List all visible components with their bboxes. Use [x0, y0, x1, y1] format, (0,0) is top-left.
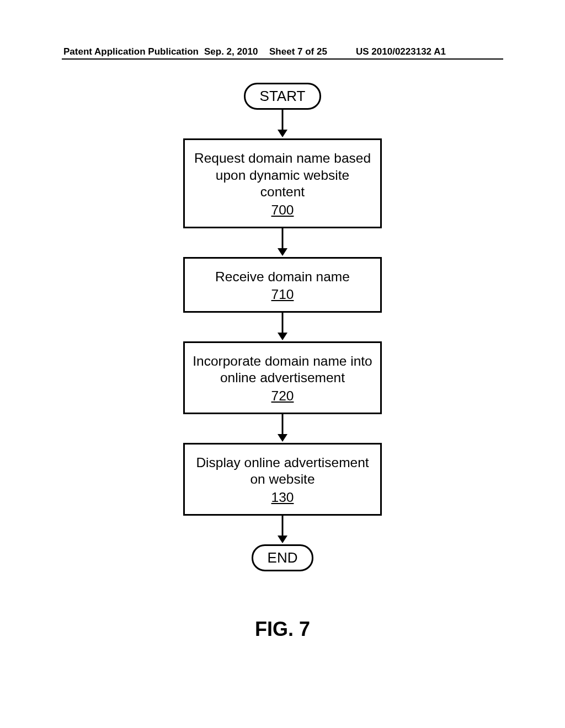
arrow-down-icon: [276, 414, 289, 443]
flow-step-number: 720: [271, 388, 294, 405]
flow-start-terminator: START: [244, 83, 322, 110]
header-sheet: Sheet 7 of 25: [269, 46, 327, 57]
header-publication-no: US 2010/0223132 A1: [356, 46, 446, 57]
svg-marker-5: [278, 333, 287, 340]
flow-end-terminator: END: [252, 544, 314, 571]
flowchart: START Request domain name based upon dyn…: [0, 83, 565, 571]
arrow-down-icon: [276, 516, 289, 544]
svg-marker-3: [278, 248, 287, 256]
arrow-down-icon: [276, 110, 289, 138]
arrow-down-icon: [276, 313, 289, 341]
flow-step-number: 130: [271, 489, 294, 506]
flow-end-label: END: [268, 549, 298, 566]
flow-step-text: Incorporate domain name into online adve…: [193, 354, 372, 386]
flow-step-130: Display online advertisement on website …: [183, 443, 382, 516]
svg-marker-1: [278, 130, 287, 137]
flow-step-number: 710: [271, 286, 294, 303]
svg-marker-7: [278, 434, 287, 442]
flow-arrow: [276, 516, 289, 544]
svg-marker-9: [278, 536, 287, 543]
header-publication-type: Patent Application Publication: [63, 46, 199, 57]
flow-step-720: Incorporate domain name into online adve…: [183, 341, 382, 414]
flow-start-label: START: [260, 88, 306, 104]
flow-arrow: [276, 228, 289, 257]
header-date: Sep. 2, 2010: [204, 46, 258, 57]
arrow-down-icon: [276, 228, 289, 257]
flow-step-700: Request domain name based upon dynamic w…: [183, 138, 382, 228]
flow-step-text: Request domain name based upon dynamic w…: [194, 151, 371, 199]
flow-arrow: [276, 414, 289, 443]
flow-step-710: Receive domain name 710: [183, 257, 382, 313]
flow-step-text: Display online advertisement on website: [196, 455, 369, 487]
flow-step-number: 700: [271, 202, 294, 219]
flow-arrow: [276, 313, 289, 341]
flow-arrow: [276, 110, 289, 138]
header-divider: [62, 58, 503, 60]
figure-label: FIG. 7: [0, 618, 565, 641]
flow-step-text: Receive domain name: [215, 269, 350, 284]
